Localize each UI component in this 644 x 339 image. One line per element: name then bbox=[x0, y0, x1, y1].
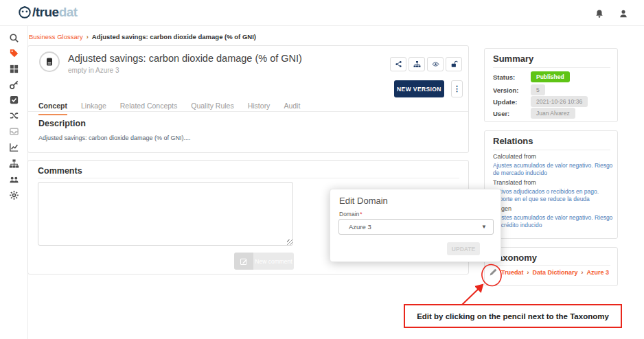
grid-icon bbox=[9, 64, 19, 74]
relation-link[interactable]: Ajustes acumulados de valor negativo. Ri… bbox=[493, 214, 614, 229]
summary-card: Summary Status: Published Version: 5 Upd… bbox=[484, 48, 618, 122]
share-button[interactable] bbox=[390, 57, 406, 71]
summary-divider bbox=[493, 67, 610, 68]
annotation-box: Edit by clicking on the pencil next to t… bbox=[404, 304, 622, 328]
sidebar-item-lineage[interactable] bbox=[0, 108, 27, 123]
modal-title: Edit Domain bbox=[339, 196, 388, 206]
domain-field-label: Domain* bbox=[339, 211, 363, 218]
description-text: Adjusted savings: carbon dioxide damage … bbox=[38, 135, 191, 141]
tab-audit[interactable]: Audit bbox=[284, 102, 300, 115]
relation-group: Translated from Activos adjudicados o re… bbox=[493, 179, 614, 202]
relation-link[interactable]: Activos adjudicados o recibidos en pago.… bbox=[493, 188, 614, 202]
lineage-button[interactable] bbox=[409, 57, 425, 71]
new-comment-button[interactable]: New comment bbox=[234, 253, 294, 270]
tabs-divider bbox=[28, 111, 468, 112]
domain-select[interactable]: Azure 3 ▼ bbox=[338, 219, 494, 235]
relation-type: Calculated from bbox=[493, 153, 614, 160]
more-actions-button[interactable]: ⋮ bbox=[451, 80, 463, 97]
logo-text: /truedat bbox=[32, 5, 78, 20]
concept-avatar bbox=[39, 51, 60, 72]
summary-label: Version: bbox=[493, 86, 531, 94]
relation-link[interactable]: Ajustes acumulados de valor negativo. Ri… bbox=[493, 162, 614, 176]
gear-icon bbox=[9, 190, 19, 200]
watch-button[interactable] bbox=[427, 57, 444, 71]
tab-linkage[interactable]: Linkage bbox=[81, 102, 106, 115]
taxonomy-separator: › bbox=[582, 269, 584, 276]
sidebar-item-dashboards[interactable] bbox=[0, 139, 27, 154]
search-icon bbox=[9, 33, 19, 43]
sidebar-item-users[interactable] bbox=[0, 172, 27, 187]
relations-card: Relations Calculated from Ajustes acumul… bbox=[484, 130, 618, 239]
unlock-button[interactable] bbox=[446, 57, 462, 71]
bell-icon[interactable] bbox=[595, 9, 604, 19]
check-square-icon bbox=[9, 95, 19, 105]
eye-icon bbox=[432, 60, 439, 68]
user-icon[interactable] bbox=[619, 9, 628, 19]
comment-input[interactable] bbox=[38, 182, 293, 246]
comments-heading: Comments bbox=[38, 166, 82, 176]
taxonomy-crumb-domain[interactable]: Data Dictionary bbox=[533, 269, 578, 276]
summary-row-user: User: Juan Alvarez bbox=[493, 108, 575, 119]
truedat-app: /truedat bbox=[0, 0, 644, 339]
user-badge: Juan Alvarez bbox=[531, 108, 575, 119]
sidebar-item-quality[interactable] bbox=[0, 92, 27, 107]
share-icon bbox=[395, 60, 402, 68]
summary-label: Status: bbox=[493, 73, 531, 81]
sidebar-item-configuration[interactable] bbox=[0, 187, 27, 202]
red-arrow-annotation bbox=[462, 285, 483, 305]
key-icon bbox=[9, 80, 19, 90]
pencil-icon[interactable] bbox=[489, 268, 498, 277]
summary-heading: Summary bbox=[493, 54, 533, 64]
annotation-text: Edit by clicking on the pencil next to t… bbox=[417, 312, 609, 320]
tab-related-concepts[interactable]: Related Concepts bbox=[120, 102, 177, 115]
version-badge: 5 bbox=[531, 84, 545, 95]
breadcrumb-root-link[interactable]: Business Glossary bbox=[29, 33, 83, 40]
users-icon bbox=[9, 174, 19, 185]
update-badge: 2021-10-26 10:36 bbox=[531, 96, 588, 107]
taxonomy-crumb-root[interactable]: Truedat bbox=[501, 269, 524, 276]
update-button[interactable]: UPDATE bbox=[447, 242, 480, 255]
breadcrumb-current: Adjusted savings: carbon dioxide damage … bbox=[92, 33, 256, 40]
sidebar-item-taxonomy[interactable] bbox=[0, 156, 27, 171]
taxonomy-separator: › bbox=[527, 269, 529, 276]
taxonomy-crumb-subdomain[interactable]: Azure 3 bbox=[587, 269, 610, 276]
truedat-logo[interactable]: /truedat bbox=[18, 5, 78, 20]
tab-history[interactable]: History bbox=[248, 102, 271, 115]
breadcrumb-separator: › bbox=[87, 33, 89, 40]
comments-divider bbox=[38, 178, 459, 178]
taxonomy-divider bbox=[493, 265, 610, 266]
new-version-button[interactable]: NEW VERSION bbox=[394, 80, 444, 97]
book-icon bbox=[44, 56, 55, 67]
relation-group: Origen Ajustes acumulados de valor negat… bbox=[493, 205, 614, 229]
sitemap-icon bbox=[413, 60, 421, 68]
tray-icon bbox=[9, 126, 19, 137]
relations-heading: Relations bbox=[493, 136, 533, 146]
tab-concept[interactable]: Concept bbox=[38, 102, 67, 115]
relations-divider bbox=[493, 150, 610, 150]
summary-row-status: Status: Published bbox=[493, 71, 570, 82]
relation-group: Calculated from Ajustes acumulados de va… bbox=[493, 153, 614, 176]
edit-domain-modal: Edit Domain Domain* Azure 3 ▼ UPDATE bbox=[330, 189, 501, 262]
new-comment-label: New comment bbox=[253, 253, 294, 270]
required-asterisk: * bbox=[360, 211, 362, 218]
unlock-icon bbox=[450, 60, 458, 68]
domain-select-value: Azure 3 bbox=[349, 223, 371, 231]
top-bar: /truedat bbox=[0, 0, 644, 26]
sidebar-item-ingests[interactable] bbox=[0, 124, 27, 139]
concept-action-buttons bbox=[390, 57, 462, 71]
sidebar-item-business-glossary[interactable] bbox=[0, 45, 27, 60]
summary-row-update: Update: 2021-10-26 10:36 bbox=[493, 96, 588, 107]
sidebar-item-structures[interactable] bbox=[0, 61, 27, 76]
tag-icon bbox=[9, 48, 19, 58]
summary-label: User: bbox=[493, 110, 531, 117]
relation-type: Origen bbox=[493, 205, 614, 212]
sitemap-icon bbox=[9, 159, 19, 169]
concept-card: Adjusted savings: carbon dioxide damage … bbox=[27, 45, 469, 153]
tab-quality-rules[interactable]: Quality Rules bbox=[191, 102, 233, 115]
sidebar-item-search[interactable] bbox=[0, 30, 27, 45]
concept-tabs: Concept Linkage Related Concepts Quality… bbox=[38, 102, 300, 115]
sidebar-item-permissions[interactable] bbox=[0, 77, 27, 92]
chevron-down-icon: ▼ bbox=[481, 224, 487, 230]
sidebar bbox=[0, 26, 28, 339]
taxonomy-card: Taxonomy Truedat › Data Dictionary › Azu… bbox=[484, 247, 618, 286]
